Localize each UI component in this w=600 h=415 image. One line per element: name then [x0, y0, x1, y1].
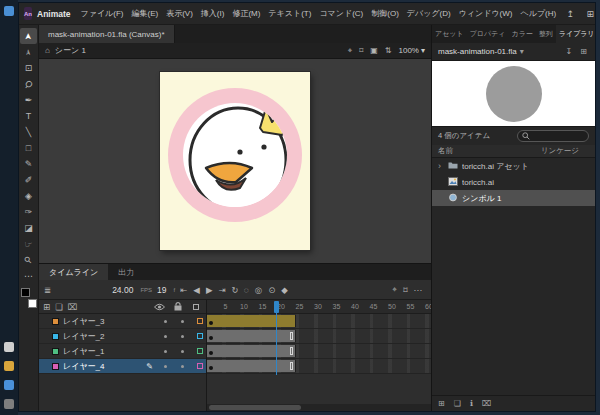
item-properties-icon[interactable]: ℹ	[470, 399, 473, 408]
outline-all-icon[interactable]	[189, 304, 202, 310]
timeline-options-icon[interactable]: ⋯	[414, 285, 423, 295]
center-stage-icon[interactable]: ⌖	[348, 46, 353, 56]
playhead-marker[interactable]	[274, 301, 280, 313]
timeline-h-scrollbar[interactable]	[207, 404, 431, 411]
settings-icon[interactable]	[4, 399, 14, 409]
zoom-tool[interactable]: ⚲	[20, 252, 37, 268]
menu-11[interactable]: ヘルプ(H)	[517, 8, 561, 19]
layer-row[interactable]: レイヤー_2	[39, 329, 206, 344]
lock-all-icon[interactable]	[171, 302, 184, 311]
menu-3[interactable]: 表示(V)	[162, 8, 197, 19]
document-tab[interactable]: mask-animation-01.fla (Canvas)*	[39, 25, 175, 43]
panel-tab-1[interactable]: アセット	[432, 25, 467, 43]
layer-row[interactable]: レイヤー_3	[39, 314, 206, 329]
stage-area[interactable]	[39, 59, 431, 263]
text-tool[interactable]: T	[20, 108, 37, 124]
menu-7[interactable]: コマンド(C)	[315, 8, 367, 19]
library-search-input[interactable]	[517, 130, 589, 142]
menu-2[interactable]: 編集(E)	[128, 8, 163, 19]
add-folder-icon[interactable]: ❏	[55, 302, 63, 312]
zoom-stepper-icon[interactable]: ⇅	[385, 46, 392, 56]
eyedropper-tool[interactable]: ✑	[20, 204, 37, 220]
delete-item-icon[interactable]: ⌧	[482, 399, 491, 408]
layer-row[interactable]: レイヤー_1	[39, 344, 206, 359]
layer-lock-toggle[interactable]	[176, 350, 189, 353]
layer-lock-toggle[interactable]	[176, 365, 189, 368]
scene-home-icon[interactable]: ⌂	[45, 46, 50, 55]
delete-layer-icon[interactable]: ⌧	[68, 302, 78, 312]
step-forward-icon[interactable]: ⇥	[218, 285, 225, 295]
file-explorer-icon[interactable]	[4, 361, 14, 371]
start-icon[interactable]	[4, 6, 14, 16]
layer-outline-toggle[interactable]	[193, 318, 206, 324]
go-to-first-frame-icon[interactable]: ⇤	[180, 285, 187, 295]
share-icon[interactable]: ↥	[560, 9, 580, 19]
subselection-tool[interactable]: ➢	[20, 44, 37, 60]
stroke-color-swatch[interactable]	[21, 288, 30, 297]
tab-output[interactable]: 出力	[108, 264, 144, 280]
pencil-tool[interactable]: ✎	[20, 156, 37, 172]
panel-tab-2[interactable]: プロパティ	[467, 25, 509, 43]
paint-bucket-tool[interactable]: ◈	[20, 188, 37, 204]
onion-skin-outlines-icon[interactable]: ◎	[255, 285, 262, 295]
menu-8[interactable]: 制御(O)	[367, 8, 403, 19]
menu-1[interactable]: ファイル(F)	[77, 8, 128, 19]
edit-multiple-frames-icon[interactable]: ⊙	[268, 285, 275, 295]
zoom-control[interactable]: 100% ▾	[399, 46, 425, 55]
lasso-tool[interactable]: Ϙ	[20, 76, 37, 92]
play-icon[interactable]: ▶	[206, 285, 213, 295]
camera-toggle-icon[interactable]: ⌑	[403, 285, 407, 295]
panel-tab-3[interactable]: カラー	[508, 25, 535, 43]
eraser-tool[interactable]: ◪	[20, 220, 37, 236]
layer-visibility-toggle[interactable]	[159, 365, 172, 368]
layers-stack-icon[interactable]: ≣	[44, 285, 51, 295]
current-frame-indicator[interactable]: 19f	[157, 285, 175, 295]
more-tools-icon[interactable]: ⋯	[20, 268, 37, 284]
stage-canvas[interactable]	[160, 72, 310, 250]
menu-6[interactable]: テキスト(T)	[264, 8, 315, 19]
column-linkage[interactable]: リンケージ	[541, 146, 579, 156]
selection-tool[interactable]: ➤	[20, 28, 37, 44]
layer-visibility-toggle[interactable]	[159, 335, 172, 338]
frames-row[interactable]	[207, 359, 431, 374]
show-hide-all-icon[interactable]	[153, 303, 166, 311]
frame-span[interactable]	[207, 330, 296, 342]
step-back-icon[interactable]: ◀	[193, 285, 200, 295]
column-name[interactable]: 名前	[438, 146, 453, 156]
new-symbol-icon[interactable]: ⊞	[438, 399, 445, 408]
pin-library-icon[interactable]: ↧	[564, 47, 575, 56]
insert-keyframe-icon[interactable]: ◆	[281, 285, 288, 295]
layer-outline-toggle[interactable]	[193, 363, 206, 369]
line-tool[interactable]: ╲	[20, 124, 37, 140]
frames-row[interactable]	[207, 344, 431, 359]
frame-span[interactable]	[207, 360, 296, 372]
camera-icon[interactable]: ⌑	[359, 46, 363, 56]
playhead-line[interactable]	[276, 313, 277, 375]
panel-tab-5[interactable]: ライブラリ	[556, 25, 595, 43]
layer-outline-toggle[interactable]	[193, 348, 206, 354]
menu-9[interactable]: デバッグ(D)	[403, 8, 455, 19]
frame-span[interactable]	[207, 315, 296, 327]
panel-tab-4[interactable]: 整列	[536, 25, 556, 43]
frames-grid[interactable]: 51015202530354045505560	[207, 300, 431, 411]
menu-5[interactable]: 修正(M)	[228, 8, 264, 19]
frame-ruler[interactable]: 51015202530354045505560	[207, 300, 431, 314]
pinned-app-white-icon[interactable]	[4, 342, 14, 352]
new-library-panel-icon[interactable]: ⊞	[578, 47, 589, 56]
layer-lock-toggle[interactable]	[176, 335, 189, 338]
new-folder-icon[interactable]: ❏	[454, 399, 461, 408]
scrollbar-thumb[interactable]	[209, 405, 301, 410]
clip-content-icon[interactable]: ▣	[370, 46, 378, 56]
pen-tool[interactable]: ✒	[20, 92, 37, 108]
fps-indicator[interactable]: 24.00FPS	[112, 285, 152, 295]
layer-visibility-toggle[interactable]	[159, 350, 172, 353]
library-document-select[interactable]: mask-animation-01.fla	[438, 47, 517, 56]
apps-grid-icon[interactable]: ⊞	[580, 9, 600, 19]
layer-outline-toggle[interactable]	[193, 333, 206, 339]
menu-10[interactable]: ウィンドウ(W)	[455, 8, 517, 19]
pinned-app-blue-icon[interactable]	[4, 380, 14, 390]
loop-icon[interactable]: ↻	[232, 285, 239, 295]
free-transform-tool[interactable]: ⊡	[20, 60, 37, 76]
frame-span[interactable]	[207, 345, 296, 357]
tab-timeline[interactable]: タイムライン	[39, 264, 108, 280]
